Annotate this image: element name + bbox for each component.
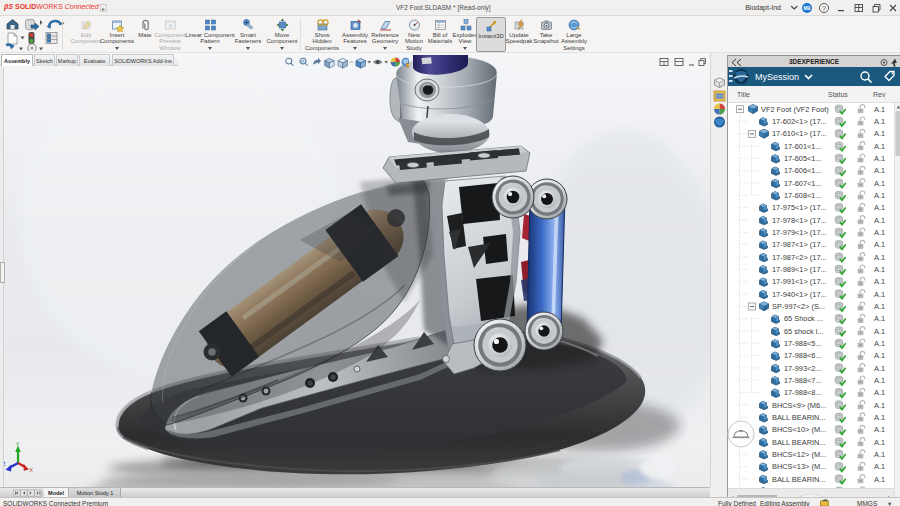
svg-text:A.1: A.1 xyxy=(874,179,885,188)
svg-text:VF2 Foot (VF2 Foot): VF2 Foot (VF2 Foot) xyxy=(761,105,829,114)
svg-text:A.1: A.1 xyxy=(874,290,885,299)
svg-text:17-601<1...: 17-601<1... xyxy=(784,142,822,151)
svg-text:A.1: A.1 xyxy=(874,376,885,385)
svg-text:17-993<2...: 17-993<2... xyxy=(784,364,822,373)
svg-text:17-987<1> (17...: 17-987<1> (17... xyxy=(772,240,827,249)
svg-text:MB: MB xyxy=(804,6,812,11)
svg-text:A.1: A.1 xyxy=(874,228,885,237)
svg-text:17-979<1> (17...: 17-979<1> (17... xyxy=(772,228,827,237)
svg-text:SP-997<2> (S...: SP-997<2> (S... xyxy=(772,302,825,311)
svg-text:A.1: A.1 xyxy=(874,166,885,175)
svg-text:17-606<1...: 17-606<1... xyxy=(784,166,822,175)
svg-text:A.1: A.1 xyxy=(874,413,885,422)
svg-text:17-608<1...: 17-608<1... xyxy=(784,191,822,200)
svg-text:A.1: A.1 xyxy=(874,425,885,434)
svg-text:BHCS<12> (M...: BHCS<12> (M... xyxy=(772,450,826,459)
svg-text:A.1: A.1 xyxy=(874,462,885,471)
svg-text:A.1: A.1 xyxy=(874,129,885,138)
svg-text:A.1: A.1 xyxy=(874,277,885,286)
svg-text:A.1: A.1 xyxy=(874,253,885,262)
svg-text:17-610<1> (17...: 17-610<1> (17... xyxy=(772,129,827,138)
svg-text:BALL BEARIN...: BALL BEARIN... xyxy=(772,413,826,422)
svg-text:A.1: A.1 xyxy=(874,302,885,311)
svg-text:BALL BEARIN...: BALL BEARIN... xyxy=(772,438,826,447)
svg-text:A.1: A.1 xyxy=(874,475,885,484)
svg-text:A.1: A.1 xyxy=(874,339,885,348)
svg-text:A.1: A.1 xyxy=(874,142,885,151)
svg-text:A.1: A.1 xyxy=(874,265,885,274)
svg-text:17-989<1> (17...: 17-989<1> (17... xyxy=(772,265,827,274)
svg-text:65 Shock ...: 65 Shock ... xyxy=(784,314,823,323)
svg-text:17-988<7...: 17-988<7... xyxy=(784,376,822,385)
svg-text:A.1: A.1 xyxy=(874,450,885,459)
svg-text:17-988<5...: 17-988<5... xyxy=(784,339,822,348)
svg-text:MySession: MySession xyxy=(755,72,799,82)
svg-text:17-602<1> (17...: 17-602<1> (17... xyxy=(772,117,827,126)
svg-text:BHCS<13> (M...: BHCS<13> (M... xyxy=(772,462,826,471)
svg-text:17-940<1> (17...: 17-940<1> (17... xyxy=(772,290,827,299)
svg-text:BHCS<10> (M...: BHCS<10> (M... xyxy=(772,425,826,434)
svg-text:A.1: A.1 xyxy=(874,154,885,163)
svg-text:A.1: A.1 xyxy=(874,191,885,200)
svg-text:A.1: A.1 xyxy=(874,438,885,447)
svg-text:17-991<1> (17...: 17-991<1> (17... xyxy=(772,277,827,286)
svg-text:17-978<1> (17...: 17-978<1> (17... xyxy=(772,216,827,225)
svg-text:17-605<1...: 17-605<1... xyxy=(784,154,822,163)
svg-text:A.1: A.1 xyxy=(874,240,885,249)
svg-text:BHCS<9> (M6...: BHCS<9> (M6... xyxy=(772,401,826,410)
svg-text:A.1: A.1 xyxy=(874,105,885,114)
svg-text:17-607<1...: 17-607<1... xyxy=(784,179,822,188)
svg-text:17-988<8...: 17-988<8... xyxy=(784,388,822,397)
svg-text:X: X xyxy=(29,467,33,473)
svg-text:A.1: A.1 xyxy=(874,327,885,336)
svg-text:BALL BEARIN...: BALL BEARIN... xyxy=(772,475,826,484)
svg-text:?: ? xyxy=(822,5,826,12)
svg-text:A.1: A.1 xyxy=(874,388,885,397)
svg-text:A.1: A.1 xyxy=(874,401,885,410)
svg-text:17-975<1> (17...: 17-975<1> (17... xyxy=(772,203,827,212)
svg-text:17-988<6...: 17-988<6... xyxy=(784,351,822,360)
svg-text:A.1: A.1 xyxy=(874,203,885,212)
svg-text:A.1: A.1 xyxy=(874,364,885,373)
svg-text:Y: Y xyxy=(16,441,20,447)
svg-text:A.1: A.1 xyxy=(874,314,885,323)
svg-text:17-987<2> (17...: 17-987<2> (17... xyxy=(772,253,827,262)
svg-text:A.1: A.1 xyxy=(874,351,885,360)
svg-text:A.1: A.1 xyxy=(874,117,885,126)
svg-text:A.1: A.1 xyxy=(874,216,885,225)
svg-text:65 shock l...: 65 shock l... xyxy=(784,327,823,336)
